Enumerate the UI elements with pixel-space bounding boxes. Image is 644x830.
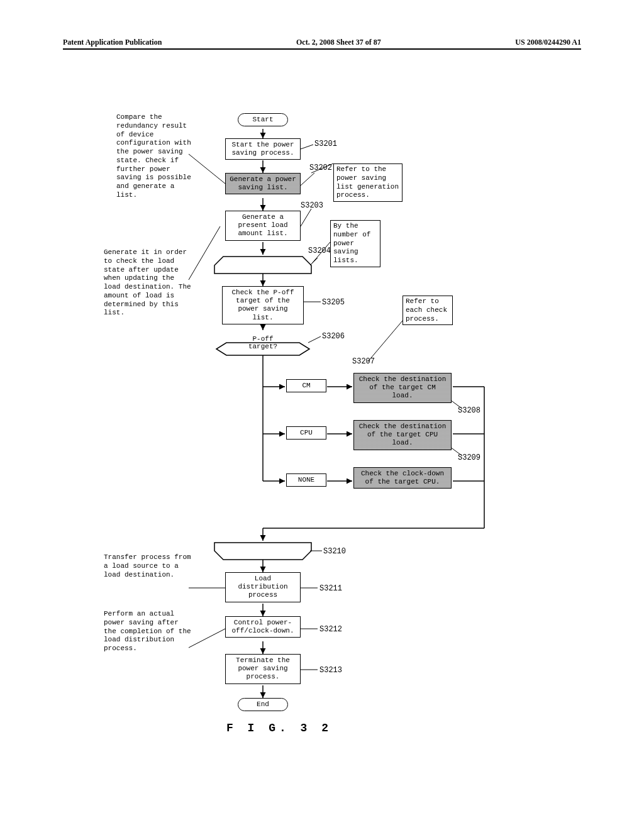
- label-s3213: S3213: [319, 666, 342, 675]
- svg-line-39: [308, 336, 321, 343]
- svg-line-31: [368, 321, 402, 362]
- label-s3201: S3201: [314, 140, 337, 148]
- svg-line-37: [310, 258, 318, 265]
- step-s3213: Terminate the power saving process.: [225, 654, 301, 684]
- label-s3206: S3206: [322, 332, 345, 341]
- svg-marker-26: [214, 543, 311, 560]
- label-s3207: S3207: [352, 357, 375, 366]
- step-s3212: Control power-off/clock-down.: [225, 616, 301, 638]
- annotation-3: By the number of power saving lists.: [330, 220, 380, 267]
- annotation-6: Transfer process from a load source to a…: [104, 553, 192, 579]
- step-s3208: Check the destination of the target CPU …: [353, 420, 452, 450]
- page-header: Patent Application Publication Oct. 2, 2…: [63, 38, 581, 50]
- label-s3209: S3209: [458, 453, 480, 462]
- step-s3209: Check the clock-down of the target CPU.: [353, 467, 452, 489]
- flowchart-diagram: Start Start the power saving process. Ge…: [0, 101, 644, 830]
- branch-none: NONE: [286, 473, 326, 487]
- figure-label: F I G. 3 2: [226, 722, 332, 734]
- svg-line-33: [189, 629, 225, 648]
- label-s3210: S3210: [323, 547, 346, 556]
- step-s3203: Generate a present load amount list.: [225, 211, 301, 241]
- step-s3205: Check the P-off target of the power savi…: [222, 286, 304, 324]
- label-s3205: S3205: [322, 298, 345, 307]
- label-s3204: S3204: [308, 246, 331, 255]
- header-right: US 2008/0244290 A1: [515, 38, 581, 47]
- connector-lines: [0, 101, 644, 830]
- annotation-7: Perform an actual power saving after the…: [104, 610, 192, 653]
- label-s3212: S3212: [319, 625, 342, 634]
- svg-line-35: [301, 173, 314, 185]
- svg-marker-25: [214, 257, 311, 274]
- step-s3207: Check the destination of the target CM l…: [353, 373, 452, 403]
- annotation-4: Generate it in order to check the load s…: [104, 248, 192, 318]
- step-s3211: Load distribution process: [225, 572, 301, 602]
- svg-line-34: [301, 145, 313, 149]
- svg-line-36: [301, 209, 311, 226]
- branch-cpu: CPU: [286, 426, 326, 440]
- annotation-1: Compare the redundancy result of device …: [116, 113, 192, 200]
- annotation-2: Refer to the power saving list generatio…: [333, 163, 402, 202]
- header-left: Patent Application Publication: [63, 38, 162, 47]
- label-s3211: S3211: [319, 584, 342, 593]
- annotation-5: Refer to each check process.: [402, 296, 453, 325]
- step-s3202: Generate a power saving list.: [225, 173, 301, 194]
- step-s3201: Start the power saving process.: [225, 138, 301, 160]
- start-terminator: Start: [238, 113, 288, 126]
- branch-cm: CM: [286, 379, 326, 392]
- label-s3202: S3202: [309, 163, 332, 172]
- step-s3206: P-off target?: [236, 335, 289, 350]
- label-s3203: S3203: [301, 201, 323, 210]
- svg-line-27: [189, 154, 225, 184]
- label-s3208: S3208: [458, 406, 480, 415]
- header-center: Oct. 2, 2008 Sheet 37 of 87: [296, 38, 381, 47]
- end-terminator: End: [238, 698, 288, 711]
